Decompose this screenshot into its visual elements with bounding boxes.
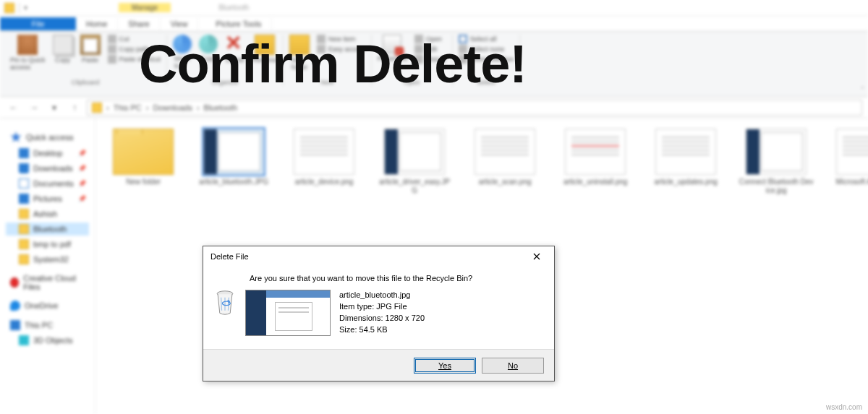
file-type: Item type: JPG File: [339, 301, 425, 312]
qa-toolbar: ▾: [24, 4, 27, 12]
ribbon-tabs: File Home Share View Picture Tools: [0, 16, 868, 32]
nav-forward-button[interactable]: →: [26, 100, 42, 116]
collapse-ribbon-button[interactable]: ˇ: [861, 87, 864, 95]
file-name: article_scan.png: [479, 178, 532, 186]
image-thumbnail: [836, 129, 868, 175]
file-size: Size: 54.5 KB: [339, 324, 425, 335]
onedrive-icon: [10, 301, 20, 311]
paste-icon: [80, 35, 101, 55]
dialog-footer: Yes No: [203, 349, 554, 381]
sidebar-item-documents[interactable]: Documents📌: [6, 177, 89, 190]
star-icon: [10, 131, 22, 143]
folder-icon: [19, 239, 29, 249]
crumb-pc[interactable]: This PC: [114, 103, 142, 112]
close-icon: [533, 253, 540, 260]
tab-file[interactable]: File: [0, 17, 76, 30]
image-thumbnail: [203, 129, 264, 175]
pc-icon: [10, 320, 20, 330]
tab-picture-tools[interactable]: Picture Tools: [205, 17, 272, 30]
sidebar-item-bluetooth[interactable]: Bluetooth: [6, 223, 89, 236]
file-name: New folder: [126, 178, 161, 186]
file-item[interactable]: Microsoft Apps.png: [829, 129, 868, 186]
file-metadata: article_bluetooth.jpg Item type: JPG Fil…: [339, 290, 425, 335]
image-thumbnail: [475, 129, 535, 175]
objects-icon: [19, 335, 29, 345]
copy-icon: [53, 35, 73, 55]
sidebar-item-system32[interactable]: System32: [6, 253, 89, 266]
folder-icon: [113, 129, 174, 175]
cc-icon: [10, 277, 19, 288]
copy-button[interactable]: Copy: [53, 35, 73, 64]
pictures-icon: [19, 194, 29, 204]
cut-icon: [108, 35, 116, 43]
crumb-downloads[interactable]: Downloads: [153, 103, 192, 112]
yes-button[interactable]: Yes: [414, 358, 476, 374]
sidebar-onedrive[interactable]: OneDrive: [6, 299, 89, 312]
sidebar-item-3d-objects[interactable]: 3D Objects: [6, 334, 89, 347]
path-icon: [108, 45, 116, 53]
file-name: Microsoft Apps.png: [836, 178, 868, 186]
pin-icon: [17, 35, 38, 55]
sidebar-item-downloads[interactable]: Downloads📌: [6, 162, 89, 175]
image-thumbnail: [565, 129, 626, 175]
address-bar-row: ← → ▾ ↑ › This PC › Downloads › Bluetoot…: [0, 97, 868, 118]
watermark: wsxdn.com: [826, 403, 862, 411]
crumb-bluetooth[interactable]: Bluetooth: [204, 103, 237, 112]
breadcrumb[interactable]: › This PC › Downloads › Bluetooth: [87, 100, 862, 116]
image-thumbnail: [384, 129, 445, 175]
manage-context-tab: Manage: [119, 3, 171, 12]
headline-text: Confirm Delete!: [139, 33, 527, 95]
window-titlebar: ▾ Manage Bluetooth: [0, 0, 868, 16]
sidebar-item-bmp[interactable]: bmp to pdf: [6, 238, 89, 251]
folder-icon: [19, 254, 29, 264]
file-name: article_updates.png: [654, 178, 717, 186]
navigation-sidebar: Quick access Desktop📌 Downloads📌 Documen…: [0, 118, 95, 414]
file-item[interactable]: article_uninstall.png: [558, 129, 634, 186]
file-name: article_device.png: [295, 178, 354, 186]
paste-button[interactable]: Paste: [80, 35, 101, 64]
close-button[interactable]: [522, 246, 551, 267]
nav-history-button[interactable]: ▾: [46, 100, 62, 116]
file-item[interactable]: New folder: [106, 129, 182, 186]
file-item[interactable]: article_device.png: [286, 129, 362, 186]
sidebar-item-desktop[interactable]: Desktop📌: [6, 147, 89, 160]
file-item[interactable]: article_bluetooth.JPG: [196, 129, 272, 186]
folder-icon: [19, 209, 29, 219]
divider: [19, 3, 20, 13]
file-name: article_driver_easy.JPG: [377, 178, 453, 195]
pin-icon: 📌: [78, 150, 86, 157]
file-item[interactable]: Connect Bluetooth Device.jpg: [739, 129, 814, 195]
dialog-body: Are you sure that you want to move this …: [203, 267, 554, 349]
pin-quick-access-button[interactable]: Pin to Quick access: [10, 35, 46, 71]
file-item[interactable]: article_scan.png: [467, 129, 543, 186]
folder-icon: [19, 224, 29, 234]
tab-share[interactable]: Share: [118, 17, 160, 30]
group-label: Clipboard: [72, 79, 100, 86]
tab-view[interactable]: View: [161, 17, 199, 30]
sidebar-quick-access[interactable]: Quick access: [6, 130, 89, 145]
no-button[interactable]: No: [482, 358, 544, 374]
shortcut-icon: [108, 55, 116, 64]
sidebar-item-pictures[interactable]: Pictures📌: [6, 192, 89, 205]
pin-icon: 📌: [78, 165, 86, 172]
dialog-content: article_bluetooth.jpg Item type: JPG Fil…: [213, 290, 544, 336]
nav-up-button[interactable]: ↑: [67, 100, 82, 116]
sidebar-this-pc[interactable]: This PC: [6, 319, 89, 332]
downloads-icon: [19, 163, 29, 173]
file-item[interactable]: article_updates.png: [648, 129, 724, 186]
desktop-icon: [19, 148, 29, 158]
file-name: article_bluetooth.JPG: [199, 178, 268, 186]
pin-icon: 📌: [78, 195, 86, 202]
image-thumbnail: [294, 129, 354, 175]
nav-back-button[interactable]: ←: [6, 100, 22, 116]
sidebar-creative-cloud[interactable]: Creative Cloud Files: [6, 272, 89, 293]
sidebar-item-ashish[interactable]: Ashish: [6, 207, 89, 220]
tab-home[interactable]: Home: [76, 17, 118, 30]
file-item[interactable]: article_driver_easy.JPG: [377, 129, 453, 195]
dialog-question: Are you sure that you want to move this …: [250, 274, 544, 283]
file-name: article_bluetooth.jpg: [339, 290, 425, 301]
file-name: article_uninstall.png: [563, 178, 627, 186]
dialog-titlebar: Delete File: [203, 246, 554, 267]
context-title: Bluetooth: [218, 4, 249, 12]
pin-icon: 📌: [78, 180, 86, 187]
